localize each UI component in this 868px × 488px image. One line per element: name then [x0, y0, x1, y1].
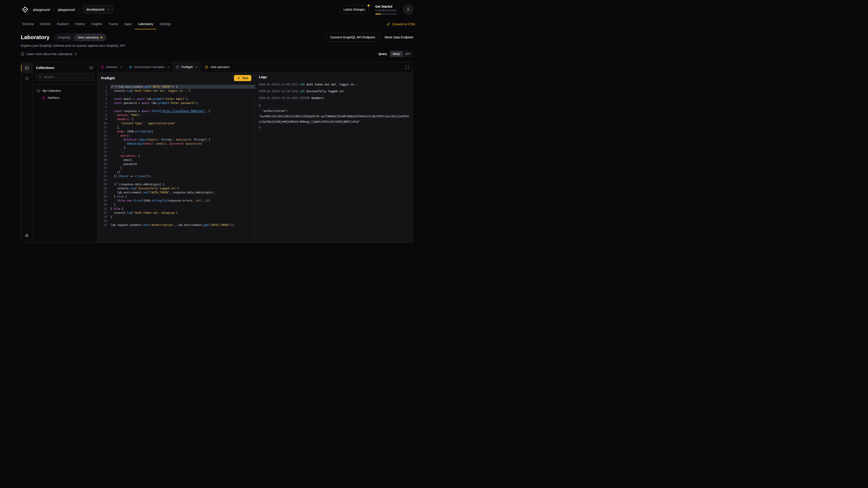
plus-circle-icon	[205, 65, 209, 69]
user-avatar[interactable]	[403, 4, 413, 14]
toggle-option-graphiql[interactable]: GraphiQL	[54, 34, 74, 41]
code-line[interactable]: 20 password	[97, 162, 255, 166]
nav-tab-history[interactable]: History	[72, 19, 88, 29]
nav-tab-settings[interactable]: Settings	[156, 19, 174, 29]
latest-changes-label: Latest changes	[344, 8, 365, 11]
code-line[interactable]: 23 }).then(r => r.json());	[97, 174, 255, 178]
code-line[interactable]: 19 email,	[97, 158, 255, 162]
logs-title: Logs	[259, 75, 267, 79]
latest-changes-button[interactable]: Latest changes	[340, 5, 369, 14]
code-editor[interactable]: — 1if (!lab.environment.get("AUTH_TOKEN"…	[97, 84, 255, 242]
tab-gethero[interactable]: GetHero ×	[97, 62, 126, 72]
test-button[interactable]: Test	[234, 75, 251, 81]
add-operation-button[interactable]: Add operation	[201, 62, 234, 72]
code-line[interactable]: 9 headers: {	[97, 117, 255, 121]
code-line[interactable]: 24	[97, 178, 255, 182]
toggle-option-hive-laboratory[interactable]: Hive Laboratory	[74, 34, 106, 41]
code-text	[111, 219, 255, 223]
code-line[interactable]: 30 }	[97, 203, 255, 207]
code-line[interactable]: 5 const password = await lab.prompt('Ent…	[97, 101, 255, 105]
code-line[interactable]: 12 body: JSON.stringify({	[97, 129, 255, 133]
query-mode-api[interactable]: API	[403, 51, 413, 57]
code-line[interactable]: 4 const email = await lab.prompt('Enter …	[97, 97, 255, 101]
close-icon[interactable]: ×	[167, 65, 169, 69]
code-line[interactable]: 18 variables: {	[97, 154, 255, 158]
code-line[interactable]: 13 query: `	[97, 133, 255, 138]
code-line[interactable]: 34	[97, 219, 255, 223]
nav-tab-traces[interactable]: Traces	[105, 19, 121, 29]
code-line[interactable]: 11 },	[97, 125, 255, 129]
code-text: throw new Error(JSON.stringify(response.…	[111, 199, 255, 203]
tab-label: Environment Variables	[134, 65, 165, 69]
code-line[interactable]: 27 lab.environment.set("AUTH_TOKEN", res…	[97, 191, 255, 195]
test-button-label: Test	[242, 76, 248, 80]
breadcrumb: playground / playground / development	[21, 5, 113, 14]
history-nav-button[interactable]	[21, 73, 33, 84]
code-line[interactable]: 14 mutation Login($email: String!, $pass…	[97, 138, 255, 142]
line-number: 12	[97, 129, 111, 133]
code-line[interactable]: 35lab.request.headers.set('Authorization…	[97, 223, 255, 227]
code-line[interactable]: 6	[97, 105, 255, 109]
hive-logo-icon[interactable]	[21, 5, 29, 14]
collection-folder-row[interactable]: My Collection	[35, 87, 95, 94]
operation-row[interactable]: GetHero	[35, 94, 95, 101]
code-line[interactable]: 1if (!lab.environment.get("AUTH_TOKEN"))…	[97, 85, 255, 89]
search-input[interactable]	[44, 75, 91, 78]
nav-tab-schema[interactable]: Schema	[19, 19, 37, 29]
nav-tab-insights[interactable]: Insights	[88, 19, 105, 29]
code-line[interactable]: 8 method: "POST",	[97, 113, 255, 117]
code-line[interactable]: 10 'Content-Type': 'application/json'	[97, 121, 255, 125]
breadcrumb-separator: /	[79, 8, 79, 11]
code-line[interactable]: 7 const response = await fetch("http://l…	[97, 109, 255, 113]
log-level: LOG	[300, 89, 305, 93]
code-line[interactable]: 32 console.log('Auth token set, skipping…	[97, 211, 255, 215]
learn-more-link[interactable]: Learn more about the Laboratory	[21, 52, 77, 56]
collections-title: Collections	[36, 66, 54, 70]
code-line[interactable]: 15 adminLogin(email: $email, password: $…	[97, 142, 255, 146]
code-text: const response = await fetch("http://loc…	[111, 109, 255, 113]
nav-tab-laboratory[interactable]: Laboratory	[135, 19, 156, 29]
code-text: })	[111, 170, 255, 174]
log-entry: 2026-01-26T12:12:18.333Z SYSTEM Headers:	[259, 96, 409, 100]
code-line[interactable]: 31} else {	[97, 207, 255, 211]
code-line[interactable]: 3	[97, 93, 255, 97]
get-started-widget[interactable]: Get Started 3 remaining tasks	[375, 5, 397, 14]
target-selector[interactable]: development	[83, 5, 113, 13]
code-line[interactable]: 22 })	[97, 170, 255, 174]
code-line[interactable]: 33}	[97, 215, 255, 219]
collections-nav-button[interactable]	[21, 63, 33, 73]
close-icon[interactable]: ×	[120, 65, 122, 69]
log-json-line: }	[259, 125, 409, 130]
nav-tab-apps[interactable]: Apps	[121, 19, 135, 29]
close-icon[interactable]: ×	[195, 65, 197, 69]
breadcrumb-project[interactable]: playground	[58, 8, 74, 11]
laboratory-panel: ⚙ Collections	[21, 62, 413, 243]
editor-mode-toggle: GraphiQL Hive Laboratory	[54, 33, 106, 41]
code-line[interactable]: 29 throw new Error(JSON.stringify(respon…	[97, 199, 255, 203]
query-mode-mock[interactable]: Mock	[390, 51, 403, 57]
fold-control-icon[interactable]: —	[251, 84, 253, 88]
log-timestamp: 2026-01-26T12:12:18.333Z	[259, 96, 298, 100]
connect-to-cdn-link[interactable]: Connect to CDN	[386, 19, 415, 29]
line-number: 31	[97, 207, 111, 211]
breadcrumb-org[interactable]: playground	[33, 8, 50, 11]
nav-tab-explorer[interactable]: Explorer	[54, 19, 72, 29]
tab-environment-variables[interactable]: Environment Variables ×	[126, 62, 173, 72]
code-line[interactable]: 17 `,	[97, 150, 255, 154]
code-line[interactable]: 26 console.log('Successfully logged in!'…	[97, 186, 255, 191]
connect-graphql-api-endpoint-button[interactable]: Connect GraphQL API Endpoint	[326, 33, 379, 41]
folder-plus-icon	[89, 66, 93, 70]
mock-data-endpoint-button[interactable]: Mock Data Endpoint	[385, 35, 413, 39]
code-line[interactable]: 28 } else {	[97, 195, 255, 199]
nav-tab-checks[interactable]: Checks	[37, 19, 54, 29]
code-text: method: "POST",	[111, 113, 255, 117]
settings-gear-button[interactable]: ⚙	[21, 230, 33, 241]
code-line[interactable]: 21 }	[97, 166, 255, 170]
new-collection-button[interactable]	[88, 65, 94, 70]
fullscreen-button[interactable]	[402, 62, 413, 72]
code-line[interactable]: 16 }	[97, 146, 255, 150]
tab-preflight[interactable]: Preflight ×	[173, 62, 200, 72]
code-line[interactable]: 2 console.log('Auth token not set, loggi…	[97, 89, 255, 93]
code-line[interactable]: 25 if (response.data.adminLogin) {	[97, 182, 255, 186]
connect-to-cdn-label: Connect to CDN	[392, 22, 415, 26]
